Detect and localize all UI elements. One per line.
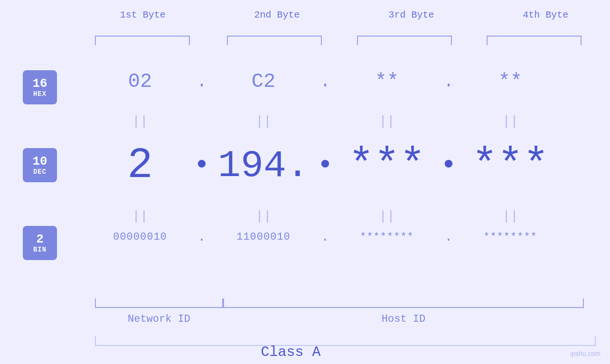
badge-hex-number: 16 (32, 77, 47, 91)
eq1-b3: || (379, 114, 395, 129)
watermark: ipshu.com (570, 350, 601, 357)
dec-byte3: *** (348, 141, 425, 190)
label-host-id: Host ID (223, 313, 584, 325)
hex-byte3: ** (375, 70, 399, 93)
bracket-top-1 (95, 36, 190, 45)
eq2-b4: || (502, 209, 518, 224)
dec-byte4: *** (472, 141, 549, 190)
bracket-top-3 (357, 36, 452, 45)
bracket-bottom-host (223, 299, 584, 308)
column-headers: 1st Byte 2nd Byte 3rd Byte 4th Byte (93, 9, 596, 20)
hex-dot2: . (320, 72, 330, 92)
header-byte4: 4th Byte (498, 9, 593, 20)
bin-dot3: . (445, 230, 453, 244)
label-network-id: Network ID (95, 313, 223, 325)
eq2-b3: || (379, 209, 395, 224)
bracket-bottom-network (95, 299, 223, 308)
eq2-b2: || (255, 209, 272, 224)
equals-row-2: || || || || (93, 209, 610, 224)
bin-byte1: 00000010 (113, 231, 167, 243)
header-byte2: 2nd Byte (230, 9, 325, 20)
hex-dot1: . (197, 72, 207, 92)
bin-dot2: . (321, 230, 329, 244)
dec-byte2: 194. (218, 144, 309, 187)
hex-byte2: C2 (252, 70, 275, 93)
eq2-b1: || (132, 209, 148, 224)
badge-dec: 10 DEC (23, 148, 57, 182)
hex-byte4: ** (498, 70, 522, 93)
label-class: Class A (0, 344, 582, 360)
bracket-top-2 (227, 36, 322, 45)
bin-byte2: 11000010 (236, 231, 291, 243)
badge-bin: 2 BIN (23, 226, 57, 260)
header-byte1: 1st Byte (95, 9, 190, 20)
main-container: 16 HEX 10 DEC 2 BIN 1st Byte 2nd Byte 3r… (0, 0, 610, 364)
dec-dot2: • (317, 149, 334, 182)
hex-byte1: 02 (128, 70, 152, 93)
badge-bin-label: BIN (33, 246, 47, 253)
hex-row: 02 . C2 . ** . ** (93, 70, 610, 93)
dec-dot1: • (193, 149, 210, 182)
badge-bin-number: 2 (36, 233, 44, 246)
header-byte3: 3rd Byte (364, 9, 459, 20)
badge-dec-label: DEC (33, 168, 47, 176)
badge-hex-label: HEX (33, 90, 47, 98)
bin-row: 00000010 . 11000010 . ******** . *******… (93, 230, 610, 244)
dec-dot3: • (440, 149, 457, 182)
dec-row: 2 • 194. • *** • *** (93, 141, 610, 190)
eq1-b2: || (255, 114, 272, 129)
bin-dot1: . (198, 230, 206, 244)
bracket-top-4 (487, 36, 582, 45)
eq1-b1: || (132, 114, 148, 129)
dec-byte1: 2 (127, 141, 153, 190)
badge-hex: 16 HEX (23, 70, 57, 104)
equals-row-1: || || || || (93, 114, 610, 129)
bin-byte4: ******** (483, 231, 537, 243)
eq1-b4: || (502, 114, 518, 129)
hex-dot3: . (443, 72, 454, 92)
bin-byte3: ******** (360, 231, 414, 243)
badge-dec-number: 10 (32, 155, 47, 168)
